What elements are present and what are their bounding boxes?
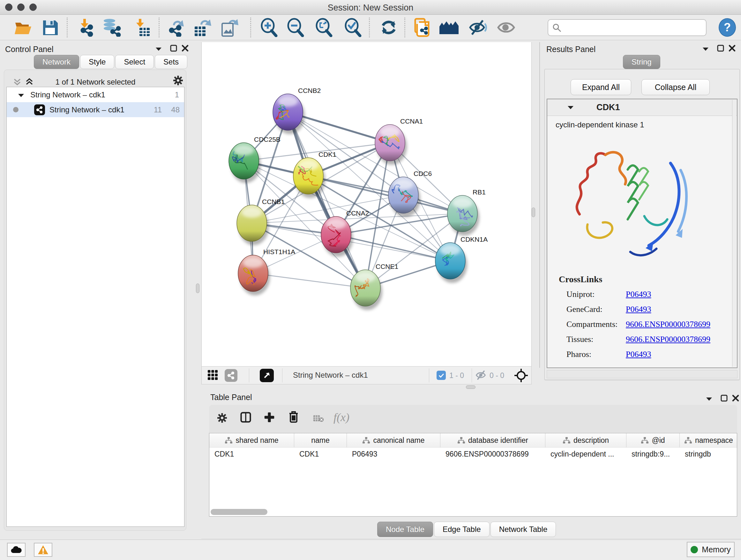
network-collection-row[interactable]: String Network – cdk1 1 [7,87,184,102]
column-header[interactable]: canonical name [347,433,441,447]
tab-sets[interactable]: Sets [155,55,187,69]
open-session-button[interactable] [13,17,34,38]
panel-maximize-button[interactable] [168,43,179,54]
birdseye-toggle-button[interactable] [514,368,529,383]
export-table-button[interactable] [192,17,213,38]
tab-style[interactable]: Style [80,55,114,69]
panel-float-button[interactable] [153,44,164,54]
delete-column-button[interactable] [288,412,299,422]
crosslink-compartments-link[interactable]: 9606.ENSP00000378699 [626,320,711,329]
search-icon [552,23,562,33]
toolbar-separator [250,17,251,37]
eye-icon [497,20,516,35]
panel-maximize-button[interactable] [715,43,726,54]
network-node-RB1[interactable]: RB1 [448,188,486,236]
cell-shared-name[interactable]: CDK1 [209,448,294,460]
network-node-HIST1H1A[interactable]: HIST1H1A [238,248,295,295]
tab-select[interactable]: Select [115,55,154,69]
table-hscrollbar-thumb[interactable] [211,509,267,515]
warning-icon [38,545,49,555]
column-header[interactable]: @id [626,433,680,447]
bottom-splitter-handle[interactable] [466,385,475,389]
network-node-CDC6[interactable]: CDC6 [388,170,432,217]
tab-network[interactable]: Network [34,55,79,69]
tab-edge-table[interactable]: Edge Table [434,522,489,537]
panel-close-button[interactable] [180,43,191,54]
network-node-CDK1[interactable]: CDK1 [293,151,336,198]
tab-network-table[interactable]: Network Table [490,522,556,537]
cell-canonical-name[interactable]: P06493 [347,448,441,460]
import-table-button[interactable] [131,17,152,38]
gene-collapse-icon[interactable] [565,102,576,113]
gear-icon [217,412,227,424]
cell-name[interactable]: CDK1 [294,448,347,460]
panel-float-button[interactable] [700,44,711,54]
show-all-button[interactable] [496,17,517,38]
function-builder-button[interactable]: f(x) [333,411,349,424]
show-columns-button[interactable] [240,412,251,423]
right-splitter-handle[interactable] [532,207,535,217]
results-hscrollbar[interactable] [547,370,738,378]
collection-expand-icon[interactable] [16,90,26,101]
export-image-button[interactable] [219,17,240,38]
table-row[interactable]: CDK1 CDK1 P06493 9606.ENSP00000378699 cy… [209,447,737,460]
zoom-selected-button[interactable] [342,17,363,38]
import-network-database-button[interactable] [101,17,122,38]
crosslink-pharos-link[interactable]: P06493 [626,350,651,359]
column-header[interactable]: name [294,433,347,447]
tab-node-table[interactable]: Node Table [377,522,433,537]
network-node-CDKN1A[interactable]: CDKN1A [435,236,488,283]
cell-database-identifier[interactable]: 9606.ENSP00000378699 [441,448,545,460]
detach-view-button[interactable] [260,369,274,382]
results-scrollbar[interactable] [732,100,736,367]
column-header[interactable]: namespace [680,433,737,447]
memory-button[interactable]: Memory [687,542,735,557]
left-splitter-handle[interactable] [196,284,199,293]
panel-float-button[interactable] [704,393,715,404]
grid-view-button[interactable] [207,370,218,381]
create-column-button[interactable] [264,412,275,423]
refresh-button[interactable] [378,17,399,38]
gene-card-header[interactable]: CDK1 [547,99,737,116]
import-network-file-button[interactable] [75,17,96,38]
panel-close-button[interactable] [727,43,738,54]
cell-namespace[interactable]: stringdb [680,448,737,460]
tab-string[interactable]: String [623,55,660,69]
panel-close-button[interactable] [730,393,741,403]
save-session-button[interactable] [40,17,61,38]
eye-slash-icon [469,19,488,36]
new-network-from-selection-button[interactable] [412,17,433,38]
network-node-CCNA1[interactable]: CCNA1 [375,118,423,165]
collapse-all-button[interactable]: Collapse All [642,79,710,95]
network-edge[interactable] [288,112,365,288]
crosslink-uniprot-link[interactable]: P06493 [626,290,651,299]
selected-checkbox[interactable] [436,371,446,380]
column-header[interactable]: description [545,433,626,447]
crosslink-genecard-link[interactable]: P06493 [626,305,651,314]
network-canvas[interactable]: CCNB2CCNA1CDC25BCDK1CDC6RB1CCNB1CCNA2CDK… [201,42,532,366]
network-options-gear-button[interactable] [173,75,184,86]
warnings-button[interactable] [34,543,52,557]
hide-selected-button[interactable] [468,17,489,38]
table-options-gear-button[interactable] [217,413,227,423]
network-style-button[interactable] [225,369,238,382]
cloud-status-button[interactable] [7,543,25,557]
zoom-out-button[interactable] [285,17,306,38]
cell-description[interactable]: cyclin-dependent ... [545,448,626,460]
column-header[interactable]: shared name [209,433,294,447]
zoom-in-button[interactable] [259,17,280,38]
network-edge[interactable] [336,235,450,261]
panel-maximize-button[interactable] [719,393,730,403]
crosslink-tissues-link[interactable]: 9606.ENSP00000378699 [626,334,711,344]
search-input[interactable] [562,23,699,32]
export-network-button[interactable] [165,17,186,38]
expand-all-button[interactable]: Expand All [570,79,631,95]
cloud-icon [10,546,22,554]
network-row[interactable]: String Network – cdk1 11 48 [7,102,184,117]
help-button[interactable]: ? [719,18,736,37]
column-header[interactable]: database identifier [441,433,545,447]
first-neighbors-button[interactable] [439,17,460,38]
delete-table-button[interactable] [313,413,324,424]
zoom-fit-button[interactable] [313,17,334,38]
cell-id[interactable]: stringdb:9... [626,448,680,460]
